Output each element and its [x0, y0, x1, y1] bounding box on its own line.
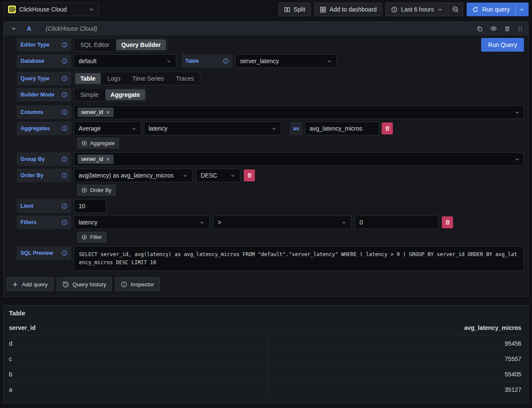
table-header-row: server_id avg_latency_micros [9, 323, 521, 336]
zoom-out-icon [452, 6, 459, 13]
run-query-split-button: Run query [467, 3, 529, 16]
info-icon[interactable] [61, 109, 67, 115]
split-button[interactable]: Split [278, 3, 311, 16]
info-icon[interactable] [223, 58, 229, 64]
add-filter-button[interactable]: Filter [77, 232, 106, 242]
info-icon[interactable] [61, 125, 67, 131]
editor-type-option-sql-editor[interactable]: SQL Editor [74, 39, 115, 50]
filter-field-select[interactable]: latency [74, 216, 210, 229]
sync-icon [472, 6, 479, 13]
datasource-picker[interactable]: ClickHouse Cloud [3, 3, 99, 16]
x-icon[interactable] [106, 157, 110, 161]
limit-input[interactable] [74, 199, 106, 213]
database-select[interactable]: default [74, 54, 176, 68]
builder-mode-option-aggregate[interactable]: Aggregate [105, 89, 145, 100]
inspector-label: Inspector [131, 281, 154, 288]
drag-handle-icon[interactable] [517, 26, 523, 32]
collapse-chevron-icon[interactable] [11, 26, 17, 32]
query-type-option-time-series[interactable]: Time Series [126, 73, 170, 84]
plus-icon [12, 281, 18, 288]
query-ref-id[interactable]: A [27, 25, 31, 32]
remove-aggregate-button[interactable] [382, 122, 393, 134]
table-column-header-avg-latency[interactable]: avg_latency_micros [464, 324, 521, 331]
chevron-down-icon [514, 110, 520, 115]
group-by-chip: server_id [78, 154, 114, 164]
trash-icon [247, 172, 252, 178]
run-query-inline-button[interactable]: Run Query [481, 38, 524, 52]
order-by-direction-select[interactable]: DESC [196, 169, 240, 182]
remove-filter-button[interactable] [442, 216, 453, 228]
add-aggregate-subrow: Aggregate [77, 138, 524, 149]
add-query-button[interactable]: Add query [6, 277, 53, 291]
add-order-by-subrow: Order By [77, 185, 524, 195]
add-filter-label: Filter [90, 234, 102, 240]
info-icon[interactable] [61, 156, 67, 162]
add-query-label: Add query [22, 281, 48, 288]
info-icon[interactable] [61, 203, 67, 209]
add-aggregate-button[interactable]: Aggregate [77, 138, 119, 149]
x-icon[interactable] [106, 110, 110, 114]
eye-icon[interactable] [490, 25, 497, 32]
run-query-caret-button[interactable] [515, 3, 529, 16]
remove-order-by-button[interactable] [244, 169, 255, 181]
sql-preview-label-cell: SQL Preview [17, 246, 71, 260]
query-type-label-cell: Query Type [17, 72, 71, 85]
query-type-option-table[interactable]: Table [75, 73, 101, 84]
table-select[interactable]: server_latency [235, 54, 337, 68]
info-icon[interactable] [61, 219, 67, 225]
time-range-button[interactable]: Last 6 hours [386, 3, 448, 16]
table-column-header-server-id[interactable]: server_id [9, 324, 35, 331]
info-icon[interactable] [61, 250, 67, 256]
toolbar-actions: Split Add to dashboard Last 6 hours [278, 3, 529, 16]
add-to-dashboard-button[interactable]: Add to dashboard [314, 3, 383, 16]
info-icon[interactable] [61, 42, 67, 48]
duplicate-query-button[interactable] [476, 26, 483, 32]
group-by-multiselect[interactable]: server_id [74, 152, 524, 166]
table-row[interactable]: c 75557 [9, 351, 521, 367]
columns-label-cell: Columns [17, 105, 71, 119]
query-history-button[interactable]: Query history [57, 277, 112, 291]
delete-query-button[interactable] [504, 26, 510, 32]
builder-mode-option-simple[interactable]: Simple [74, 89, 105, 100]
limit-label-cell: Limit [17, 199, 71, 213]
add-to-dashboard-label: Add to dashboard [330, 6, 377, 13]
circle-plus-icon [82, 187, 87, 193]
filter-operator-value: > [218, 219, 221, 226]
builder-mode-radio-group: Simple Aggregate [74, 88, 146, 102]
info-icon[interactable] [61, 172, 67, 178]
run-query-button[interactable]: Run query [467, 3, 515, 16]
add-order-by-button[interactable]: Order By [77, 185, 116, 195]
inspector-button[interactable]: Inspector [115, 277, 160, 291]
query-type-option-traces[interactable]: Traces [170, 73, 200, 84]
limit-row: Limit [17, 199, 524, 213]
table-row[interactable]: b 55405 [9, 367, 521, 382]
filter-field-value: latency [79, 219, 97, 226]
query-history-label: Query history [73, 281, 106, 288]
info-icon[interactable] [61, 76, 67, 82]
group-by-chip-label: server_id [81, 156, 103, 162]
aggregate-column-select[interactable]: latency [144, 122, 281, 135]
table-row[interactable]: a 35127 [9, 382, 521, 397]
sql-preview-text: SELECT server_id, avg(latency) as avg_la… [74, 246, 524, 271]
zoom-out-button[interactable] [448, 3, 463, 16]
time-range-label: Last 6 hours [401, 6, 434, 13]
editor-type-option-query-builder[interactable]: Query Builder [116, 39, 166, 50]
table-row[interactable]: d 95456 [9, 336, 521, 351]
database-label-cell: Database [17, 54, 71, 68]
query-type-option-logs[interactable]: Logs [102, 73, 126, 84]
aggregate-alias-input[interactable] [305, 122, 379, 135]
aggregates-label-cell: Aggregates [17, 122, 71, 135]
order-by-field-select[interactable]: avg(latency) as avg_latency_micros [74, 169, 193, 182]
filter-operator-select[interactable]: > [213, 216, 351, 229]
aggregate-function-select[interactable]: Average [74, 122, 141, 135]
database-label: Database [20, 58, 44, 64]
results-table: server_id avg_latency_micros d 95456 c 7… [4, 323, 528, 397]
table-cell-server-id: b [9, 367, 269, 382]
info-icon[interactable] [61, 92, 67, 98]
columns-multiselect[interactable]: server_id [74, 105, 524, 119]
filter-value-input[interactable] [355, 216, 438, 229]
chevron-down-icon [341, 220, 347, 225]
aggregates-label: Aggregates [20, 125, 50, 131]
order-by-row: Order By avg(latency) as avg_latency_mic… [17, 169, 524, 182]
info-icon[interactable] [61, 58, 67, 64]
